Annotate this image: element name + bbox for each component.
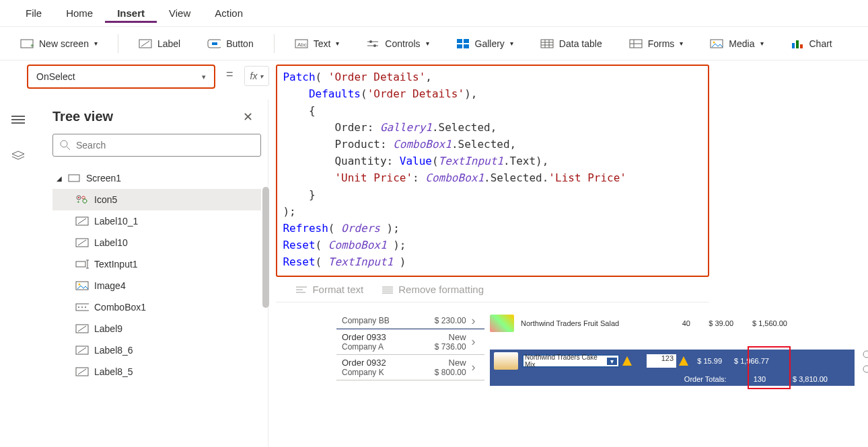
- text-button[interactable]: Abc Text ▾: [288, 34, 347, 53]
- separator: [118, 34, 118, 53]
- tree-item-label9[interactable]: Label9: [52, 318, 261, 339]
- chevron-right-icon: ›: [472, 314, 484, 328]
- datatable-btn-text: Data table: [559, 38, 602, 49]
- order-row[interactable]: Company BB$ 230.00›: [336, 313, 484, 329]
- remove-formatting-button[interactable]: Remove formatting: [382, 284, 484, 295]
- product-qty: 40: [662, 319, 690, 327]
- svg-rect-14: [457, 44, 462, 48]
- property-value: OnSelect: [36, 71, 75, 82]
- forms-btn-text: Forms: [648, 38, 675, 49]
- tree-item-textinput1[interactable]: TextInput1: [52, 253, 261, 275]
- left-rail: [0, 95, 36, 161]
- svg-point-57: [81, 307, 83, 308]
- controls-icon: [366, 38, 379, 49]
- textinput-icon: [75, 259, 89, 270]
- chevron-down-icon: ▾: [510, 40, 513, 47]
- svg-rect-26: [792, 43, 795, 48]
- label-icon: [75, 216, 89, 227]
- label-button[interactable]: Label: [132, 34, 187, 53]
- svg-rect-16: [541, 40, 553, 48]
- tree-item-label8_6[interactable]: Label8_6: [52, 339, 261, 361]
- layers-icon[interactable]: [11, 151, 26, 161]
- chevron-right-icon: ›: [472, 335, 484, 349]
- hamburger-icon[interactable]: [11, 114, 26, 125]
- format-text-button[interactable]: Format text: [296, 284, 363, 295]
- menu-view[interactable]: View: [157, 3, 203, 23]
- svg-rect-42: [69, 175, 79, 181]
- chart-icon: [791, 38, 804, 49]
- chart-button[interactable]: Chart: [784, 34, 839, 53]
- edit-row: Northwind Traders Cake Mix ▾ 123 $ 15.99…: [490, 350, 855, 372]
- property-dropdown[interactable]: OnSelect ▾: [27, 65, 215, 89]
- scrollbar[interactable]: [262, 187, 269, 308]
- media-button[interactable]: Media ▾: [703, 34, 770, 53]
- collapse-icon: ◢: [57, 175, 62, 182]
- chevron-down-icon: ▾: [607, 358, 617, 365]
- svg-point-56: [78, 307, 79, 308]
- menu-action[interactable]: Action: [203, 3, 255, 23]
- label-icon: [75, 237, 89, 248]
- search-field[interactable]: [76, 140, 254, 151]
- order-row[interactable]: Order 0932NewCompany K$ 800.00›: [336, 355, 484, 380]
- qty-input[interactable]: 123: [647, 354, 676, 368]
- gallery-button[interactable]: Gallery ▾: [449, 34, 520, 53]
- forms-button[interactable]: Forms ▾: [622, 34, 690, 53]
- svg-line-46: [78, 218, 86, 224]
- svg-point-25: [713, 41, 715, 43]
- menu-insert[interactable]: Insert: [105, 3, 157, 23]
- tree-title: Tree view: [52, 109, 113, 124]
- fx-label: fx: [250, 71, 258, 81]
- tree-item-label: TextInput1: [94, 259, 138, 270]
- chevron-down-icon: ▾: [760, 40, 764, 47]
- warning-icon: [622, 356, 632, 366]
- icon-icon: +: [75, 194, 89, 205]
- search-input[interactable]: [52, 134, 261, 157]
- tree-item-label: Label8_5: [94, 366, 133, 377]
- svg-line-62: [78, 348, 86, 353]
- fx-button[interactable]: fx ▾: [244, 66, 270, 86]
- tree-item-label10[interactable]: Label10: [52, 232, 261, 253]
- product-name: Northwind Traders Fruit Salad: [521, 319, 655, 327]
- media-icon: [710, 38, 723, 49]
- menu-home[interactable]: Home: [54, 3, 105, 23]
- add-icon[interactable]: [859, 348, 868, 375]
- gallery-icon: [456, 38, 470, 49]
- svg-rect-13: [464, 39, 469, 43]
- formula-editor[interactable]: Patch( 'Order Details', Defaults('Order …: [276, 65, 709, 277]
- controls-btn-text: Controls: [385, 38, 420, 49]
- product-combo[interactable]: Northwind Traders Cake Mix ▾: [522, 354, 620, 368]
- order-row[interactable]: Order 0933NewCompany A$ 736.00›: [336, 329, 484, 355]
- svg-point-54: [79, 284, 81, 286]
- tree-item-label: Label10: [94, 237, 128, 248]
- tree-view-panel: Tree view ✕ ◢ Screen1 +Icon5Label10_1Lab…: [36, 99, 268, 447]
- label-icon: [75, 323, 89, 334]
- button-icon: [207, 38, 221, 49]
- tree-item-label: Label8_6: [94, 345, 133, 356]
- close-icon[interactable]: ✕: [243, 110, 253, 124]
- datatable-button[interactable]: Data table: [534, 34, 609, 53]
- svg-line-48: [78, 240, 86, 245]
- svg-text:Abc: Abc: [297, 42, 307, 48]
- button-button[interactable]: Button: [201, 34, 260, 53]
- tree-item-label8_5[interactable]: Label8_5: [52, 361, 261, 382]
- tree-item-label10_1[interactable]: Label10_1: [52, 210, 261, 232]
- svg-rect-28: [800, 44, 803, 48]
- tree-item-combobox1[interactable]: ComboBox1: [52, 296, 261, 318]
- svg-line-3: [141, 41, 149, 46]
- tree-item-image4[interactable]: Image4: [52, 275, 261, 296]
- svg-line-64: [78, 369, 86, 374]
- tree-root[interactable]: ◢ Screen1: [52, 167, 261, 189]
- controls-button[interactable]: Controls ▾: [359, 34, 435, 53]
- product-unit: $ 39.00: [697, 319, 733, 327]
- format-icon: [296, 286, 307, 294]
- menubar: File Home Insert View Action: [0, 0, 868, 27]
- forms-icon: [629, 38, 643, 49]
- screen-icon: [67, 173, 81, 184]
- new-screen-label: New screen: [39, 38, 89, 49]
- new-screen-button[interactable]: + New screen ▾: [13, 34, 104, 53]
- tree-root-label: Screen1: [86, 173, 121, 184]
- product-image: [490, 315, 514, 332]
- menu-file[interactable]: File: [13, 3, 54, 23]
- svg-line-41: [67, 147, 70, 150]
- tree-item-icon5[interactable]: +Icon5: [52, 189, 261, 210]
